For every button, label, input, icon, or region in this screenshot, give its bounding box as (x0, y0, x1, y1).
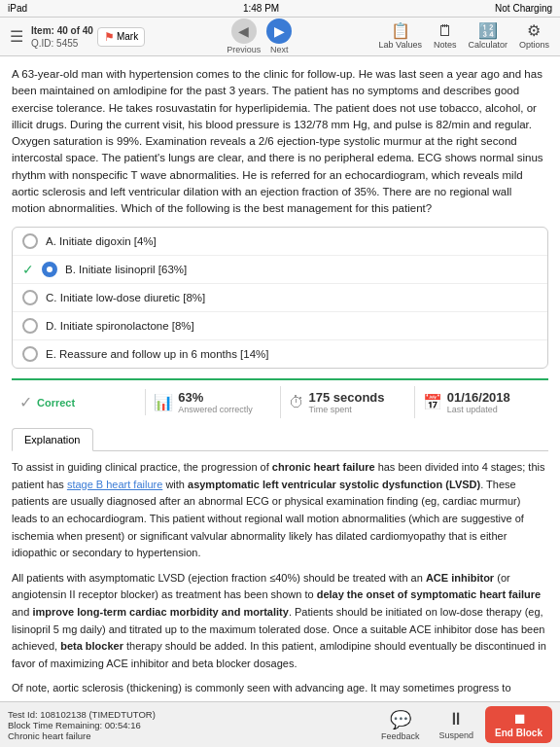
content-area: A 63-year-old man with hypertension come… (0, 56, 560, 701)
choice-e[interactable]: E. Reassure and follow up in 6 months [1… (13, 340, 547, 368)
menu-icon[interactable]: ☰ (6, 25, 27, 48)
calculator-button[interactable]: 🔢 Calculator (463, 21, 512, 52)
feedback-button[interactable]: 💬 Feedback (373, 707, 428, 743)
choice-d[interactable]: D. Initiate spironolactone [8%] (13, 312, 547, 340)
item-info: Item: 40 of 40 Q.ID: 5455 (31, 24, 93, 50)
choice-c[interactable]: C. Initiate low-dose diuretic [8%] (13, 284, 547, 312)
suspend-label: Suspend (439, 730, 474, 740)
device-label: iPad (8, 3, 27, 14)
nav-right: 📋 Lab Values 🗒 Notes 🔢 Calculator ⚙ Opti… (374, 21, 554, 52)
top-nav-bar: ☰ Item: 40 of 40 Q.ID: 5455 ⚑ Mark ◀ Pre… (0, 18, 560, 56)
options-icon: ⚙ (527, 23, 541, 39)
clock-icon: ⏱ (289, 394, 304, 411)
choice-a-text: A. Initiate digoxin [4%] (46, 235, 157, 247)
nav-left: ☰ Item: 40 of 40 Q.ID: 5455 ⚑ Mark (6, 24, 145, 50)
lab-values-button[interactable]: 📋 Lab Values (374, 21, 427, 52)
radio-d[interactable] (22, 318, 38, 334)
stat-percent: 📊 63% Answered correctly (146, 386, 280, 418)
test-id: Test Id: 108102138 (TIMEDTUTOR) (8, 709, 156, 720)
explanation-text: To assist in guiding clinical practice, … (12, 459, 548, 701)
radio-b[interactable] (42, 262, 57, 277)
notes-icon: 🗒 (438, 23, 453, 39)
bottom-actions: 💬 Feedback ⏸ Suspend ⏹ End Block (373, 706, 552, 743)
radio-e[interactable] (22, 346, 38, 362)
previous-button[interactable]: ◀ Previous (227, 18, 261, 54)
radio-a[interactable] (22, 233, 38, 249)
end-block-button[interactable]: ⏹ End Block (485, 706, 552, 743)
nav-center: ◀ Previous ▶ Next (149, 18, 369, 54)
last-updated-label: Last updated (447, 405, 510, 414)
explanation-p3: Of note, aortic sclerosis (thickening) i… (12, 680, 548, 701)
choices-container: A. Initiate digoxin [4%] ✓ B. Initiate l… (12, 227, 548, 369)
checkmark-b: ✓ (22, 262, 34, 277)
choice-b-text: B. Initiate lisinopril [63%] (65, 264, 187, 275)
prev-label: Previous (227, 45, 261, 54)
time-label: Time spent (309, 405, 385, 414)
stat-date: 📅 01/16/2018 Last updated (415, 386, 548, 418)
date-value: 01/16/2018 (447, 390, 510, 405)
end-block-icon: ⏹ (512, 711, 526, 727)
flag-icon: ⚑ (104, 30, 115, 44)
next-arrow-icon: ▶ (266, 18, 292, 44)
status-left: iPad (8, 3, 27, 14)
radio-c[interactable] (22, 290, 38, 305)
bottom-bar: Test Id: 108102138 (TIMEDTUTOR) Block Ti… (0, 701, 560, 747)
notes-label: Notes (434, 40, 457, 50)
explanation-tab[interactable]: Explanation (12, 428, 93, 451)
notes-button[interactable]: 🗒 Notes (429, 21, 462, 52)
choice-e-text: E. Reassure and follow up in 6 months [1… (46, 348, 269, 360)
block-time: Block Time Remaining: 00:54:16 (8, 720, 156, 730)
stats-row: ✓ Correct 📊 63% Answered correctly ⏱ 175… (12, 378, 548, 418)
stat-correct: ✓ Correct (12, 389, 146, 415)
mark-label: Mark (117, 31, 138, 42)
bottom-left: Test Id: 108102138 (TIMEDTUTOR) Block Ti… (8, 709, 156, 741)
lab-values-icon: 📋 (391, 23, 410, 39)
stat-time: ⏱ 175 seconds Time spent (281, 386, 415, 418)
status-not-charging: Not Charging (495, 3, 552, 14)
suspend-button[interactable]: ⏸ Suspend (432, 707, 482, 742)
explanation-p2: All patients with asymptomatic LVSD (eje… (12, 570, 548, 673)
percent-value: 63% (178, 390, 253, 405)
prev-arrow-icon: ◀ (231, 18, 257, 44)
question-text: A 63-year-old man with hypertension come… (12, 66, 548, 217)
stat-time-content: 175 seconds Time spent (309, 390, 385, 414)
bottom-info: Test Id: 108102138 (TIMEDTUTOR) Block Ti… (8, 706, 552, 743)
suspend-icon: ⏸ (447, 709, 465, 729)
mark-button[interactable]: ⚑ Mark (97, 27, 145, 47)
lab-values-label: Lab Values (379, 40, 422, 50)
stat-percent-content: 63% Answered correctly (178, 390, 253, 414)
next-label: Next (270, 45, 289, 54)
qid: Q.ID: 5455 (31, 37, 93, 50)
explanation-p1: To assist in guiding clinical practice, … (12, 459, 548, 562)
end-block-label: End Block (495, 728, 542, 738)
time-value: 175 seconds (309, 390, 385, 405)
choice-d-text: D. Initiate spironolactone [8%] (46, 320, 194, 332)
status-bar: iPad 1:48 PM Not Charging (0, 0, 560, 18)
bar-chart-icon: 📊 (154, 393, 173, 411)
correct-icon: ✓ (19, 393, 32, 411)
subject: Chronic heart failure (8, 730, 156, 741)
choice-c-text: C. Initiate low-dose diuretic [8%] (46, 292, 205, 303)
stage-link[interactable]: stage B heart failure (67, 479, 162, 490)
choice-a[interactable]: A. Initiate digoxin [4%] (13, 228, 547, 256)
choice-b[interactable]: ✓ B. Initiate lisinopril [63%] (13, 256, 547, 284)
feedback-icon: 💬 (390, 709, 411, 730)
status-time: 1:48 PM (243, 3, 279, 14)
correct-label: Correct (37, 397, 75, 409)
stat-correct-content: Correct (37, 397, 75, 409)
calculator-icon: 🔢 (478, 23, 498, 39)
options-label: Options (519, 40, 549, 50)
options-button[interactable]: ⚙ Options (514, 21, 554, 52)
calendar-icon: 📅 (423, 393, 442, 411)
stat-date-content: 01/16/2018 Last updated (447, 390, 510, 414)
feedback-label: Feedback (381, 731, 420, 741)
explanation-tab-bar: Explanation (12, 428, 548, 451)
calculator-label: Calculator (468, 40, 508, 50)
answered-correctly-label: Answered correctly (178, 405, 253, 414)
next-button[interactable]: ▶ Next (266, 18, 292, 54)
item-count: Item: 40 of 40 (31, 24, 93, 37)
